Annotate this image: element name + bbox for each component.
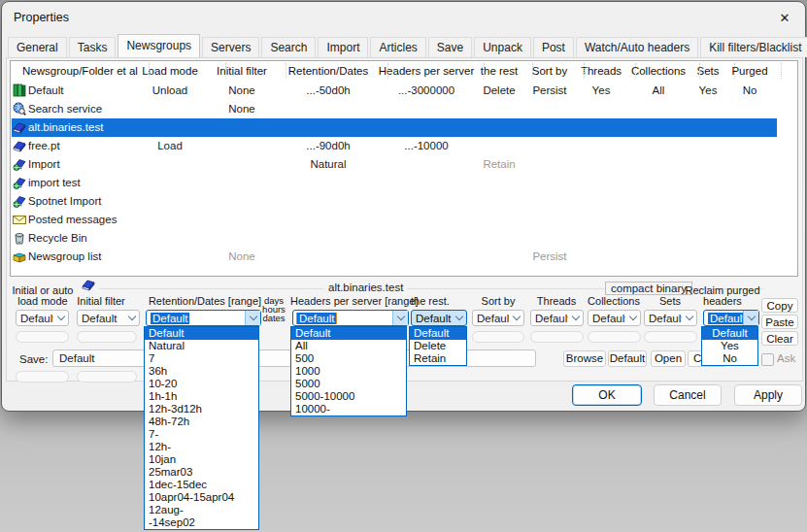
table-row[interactable]: ImportNaturalRetain — [11, 155, 797, 174]
newsgroup-name: alt.binaries.test — [28, 118, 103, 137]
table-row[interactable]: Posted messages — [11, 211, 797, 229]
initial-filter-combobox[interactable]: Default — [77, 310, 140, 326]
open-button[interactable]: Open — [651, 350, 686, 367]
dropdown-item[interactable]: 7 — [145, 352, 258, 365]
retention-combobox[interactable]: Default — [146, 310, 261, 326]
clear-button[interactable]: Clear — [761, 331, 798, 346]
dropdown-item[interactable]: Natural — [145, 340, 258, 352]
the-rest-value: Default — [412, 313, 452, 324]
paste-button[interactable]: Paste — [761, 315, 798, 329]
title-bar[interactable]: Properties ✕ — [4, 4, 805, 35]
dropdown-item[interactable]: Default — [410, 327, 466, 340]
table-row[interactable]: import test — [11, 174, 797, 192]
dropdown-item[interactable]: Default — [145, 327, 258, 340]
default-button[interactable]: Default — [608, 350, 647, 367]
headers-combobox[interactable]: Default — [292, 310, 409, 326]
column-header-initial_filter[interactable]: Initial filter — [217, 61, 267, 81]
dropdown-item[interactable]: 12h- — [145, 441, 258, 453]
column-header-load_mode[interactable]: Load mode — [142, 61, 198, 81]
dropdown-item[interactable]: 1h-1h — [145, 390, 258, 403]
column-header-the_rest[interactable]: the rest — [481, 61, 518, 81]
tab-tasks[interactable]: Tasks — [69, 37, 117, 57]
table-row[interactable]: DefaultUnloadNone...-50d0h...-3000000Del… — [11, 82, 797, 100]
newsgroup-table[interactable]: Newsgroup/Folder et alLoad modeInitial f… — [10, 60, 798, 277]
dropdown-item[interactable]: 5000-10000 — [291, 390, 406, 403]
apply-button[interactable]: Apply — [734, 384, 802, 406]
dropdown-item[interactable]: 25mar03 — [145, 466, 258, 479]
table-row[interactable]: Spotnet Import — [11, 192, 797, 211]
the-rest-label: the rest. — [411, 296, 459, 307]
chevron-down-icon — [625, 311, 640, 325]
reclaim-combobox[interactable]: Default — [703, 310, 759, 326]
tab-watch-auto-headers[interactable]: Watch/Auto headers — [576, 37, 698, 57]
dropdown-item[interactable]: All — [291, 340, 406, 352]
dropdown-item[interactable]: Default — [702, 327, 757, 340]
tab-save[interactable]: Save — [428, 37, 472, 57]
dropdown-item[interactable]: 12h-3d12h — [145, 403, 258, 416]
dropdown-item[interactable]: -14sep02 — [145, 516, 258, 529]
reclaim-label: Reclaim purged headers — [682, 285, 763, 306]
the-rest-combobox[interactable]: Default — [411, 310, 467, 326]
dropdown-item[interactable]: 5000 — [291, 378, 406, 390]
tab-general[interactable]: General — [8, 37, 67, 57]
table-row[interactable]: Recycle Bin — [11, 229, 797, 248]
close-icon[interactable]: ✕ — [776, 10, 793, 27]
column-header-threads[interactable]: Threads — [581, 61, 622, 81]
dropdown-item[interactable]: 12aug- — [145, 504, 258, 516]
dropdown-item[interactable]: 10000- — [291, 403, 406, 416]
table-row[interactable]: free.ptLoad...-90d0h...-10000 — [11, 137, 797, 155]
tab-import[interactable]: Import — [318, 37, 368, 57]
dropdown-item[interactable]: 10-20 — [145, 378, 258, 390]
cell-load_mode: Load — [157, 137, 183, 155]
tab-servers[interactable]: Servers — [202, 37, 259, 57]
tab-articles[interactable]: Articles — [370, 37, 425, 57]
compact-binary-caption: compact binary — [605, 282, 692, 295]
dropdown-item[interactable]: Default — [291, 327, 406, 340]
header-separator — [286, 63, 286, 79]
column-header-headers[interactable]: Headers per server — [379, 61, 474, 81]
dropdown-item[interactable]: 1000 — [291, 365, 406, 378]
dropdown-item[interactable]: No — [702, 352, 757, 365]
disabled-field — [530, 331, 584, 343]
dropdown-item[interactable]: 10jan — [145, 453, 258, 466]
ok-button[interactable]: OK — [572, 384, 642, 406]
tab-search[interactable]: Search — [261, 37, 316, 57]
dropdown-item[interactable]: 7- — [145, 428, 258, 441]
tab-unpack[interactable]: Unpack — [474, 37, 531, 57]
collections-label: Collections — [586, 296, 642, 307]
column-header-retention[interactable]: Retention/Dates — [288, 61, 368, 81]
recycle-bin-icon — [13, 231, 26, 245]
collections-combobox[interactable]: Default — [588, 310, 641, 326]
tab-post[interactable]: Post — [533, 37, 574, 57]
newsgroup-name: Recycle Bin — [28, 229, 87, 248]
the-rest-dropdown-list[interactable]: DefaultDeleteRetain — [409, 326, 467, 366]
dropdown-item[interactable]: 10apr04-15apr04 — [145, 491, 258, 504]
cancel-button[interactable]: Cancel — [654, 384, 722, 406]
chevron-down-icon — [245, 311, 260, 325]
table-row[interactable]: Search serviceNone — [11, 100, 797, 118]
copy-button[interactable]: Copy — [761, 298, 798, 313]
reclaim-dropdown-list[interactable]: DefaultYesNo — [701, 326, 758, 366]
dropdown-item[interactable]: Retain — [410, 352, 466, 365]
load-mode-combobox[interactable]: Default — [16, 310, 69, 326]
dropdown-item[interactable]: 48h-72h — [145, 416, 258, 428]
column-header-purged[interactable]: Purged — [731, 61, 767, 81]
dropdown-item[interactable]: 1dec-15dec — [145, 479, 258, 491]
column-header-sort_by[interactable]: Sort by — [532, 61, 567, 81]
dropdown-item[interactable]: 500 — [291, 352, 406, 365]
column-header-collections[interactable]: Collections — [631, 61, 686, 81]
threads-combobox[interactable]: Default — [530, 310, 584, 326]
dropdown-item[interactable]: 36h — [145, 365, 258, 378]
dropdown-item[interactable]: Delete — [410, 340, 466, 352]
table-row[interactable]: alt.binaries.test — [11, 118, 797, 137]
tab-newsgroups[interactable]: Newsgroups — [118, 34, 200, 57]
browse-button[interactable]: Browse — [563, 350, 606, 367]
retention-dropdown-list[interactable]: DefaultNatural736h10-201h-1h12h-3d12h48h… — [144, 326, 259, 530]
sets-combobox[interactable]: Default — [644, 310, 697, 326]
dropdown-item[interactable]: Yes — [702, 340, 757, 352]
sort-by-combobox[interactable]: Default — [472, 310, 524, 326]
headers-dropdown-list[interactable]: DefaultAll500100050005000-1000010000- — [290, 326, 407, 416]
table-row[interactable]: Newsgroup listNonePersist — [11, 248, 797, 266]
tab-kill-filters-blacklist[interactable]: Kill filters/Blacklist — [700, 37, 807, 57]
column-header-name[interactable]: Newsgroup/Folder et al — [22, 61, 138, 81]
